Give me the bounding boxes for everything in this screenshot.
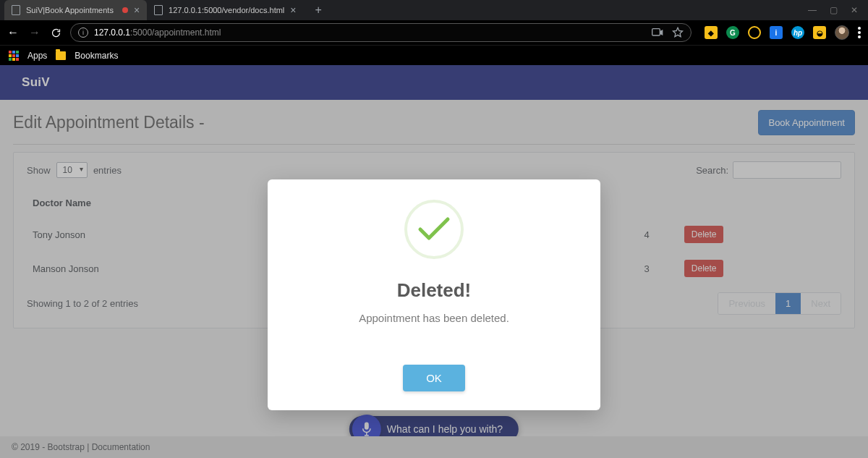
svg-point-1: [858, 27, 861, 30]
modal-message: Appointment has been deleted.: [359, 312, 509, 324]
maximize-icon[interactable]: ▢: [830, 5, 838, 15]
browser-chrome: SuiV|Book Appointments × 127.0.0.1:5000/…: [0, 0, 868, 65]
apps-icon[interactable]: [9, 51, 19, 61]
svg-rect-0: [652, 29, 660, 35]
modal-title: Deleted!: [397, 279, 472, 302]
close-icon[interactable]: ×: [134, 5, 140, 15]
camera-icon[interactable]: [652, 28, 663, 37]
extension-icon[interactable]: ◆: [705, 26, 718, 39]
extension-icon[interactable]: ◒: [813, 26, 826, 39]
forward-button[interactable]: →: [29, 27, 41, 38]
tab-title: SuiV|Book Appointments: [26, 6, 114, 14]
address-toolbar: ← → i 127.0.0.1:5000/appointment.html ◆: [0, 20, 868, 45]
apps-label[interactable]: Apps: [27, 51, 47, 61]
new-tab-button[interactable]: +: [308, 4, 329, 17]
svg-point-2: [858, 31, 861, 34]
back-button[interactable]: ←: [7, 27, 19, 38]
success-check-icon: [404, 200, 464, 259]
address-bar[interactable]: i 127.0.0.1:5000/appointment.html: [70, 23, 692, 42]
tab-inactive[interactable]: 127.0.0.1:5000/vendor/docs.html ×: [147, 0, 303, 20]
tab-title: 127.0.0.1:5000/vendor/docs.html: [169, 6, 284, 14]
recording-indicator-icon: [122, 7, 128, 13]
minimize-icon[interactable]: —: [808, 5, 817, 15]
url-text: 127.0.0.1:5000/appointment.html: [94, 27, 221, 38]
page-icon: [154, 5, 163, 15]
profile-avatar[interactable]: [835, 25, 849, 40]
bookmarks-bar: Apps Bookmarks: [0, 45, 868, 65]
close-icon[interactable]: ×: [290, 5, 296, 15]
bookmark-star-icon[interactable]: [672, 27, 684, 38]
extension-icon[interactable]: G: [726, 26, 739, 39]
tab-bar: SuiV|Book Appointments × 127.0.0.1:5000/…: [0, 0, 868, 20]
svg-point-3: [858, 35, 861, 38]
extension-icon[interactable]: [748, 26, 761, 39]
close-window-icon[interactable]: ✕: [851, 5, 858, 15]
delete-confirmation-modal: Deleted! Appointment has been deleted. O…: [268, 179, 600, 410]
tab-active[interactable]: SuiV|Book Appointments ×: [4, 0, 147, 20]
bookmarks-folder-label[interactable]: Bookmarks: [75, 51, 118, 61]
modal-ok-button[interactable]: OK: [403, 365, 465, 391]
extension-icon[interactable]: i: [770, 26, 783, 39]
folder-icon[interactable]: [56, 51, 66, 60]
extension-icon[interactable]: hp: [791, 26, 804, 39]
page-icon: [12, 5, 20, 15]
extension-icons: ◆ G i hp ◒: [700, 26, 826, 39]
site-info-icon[interactable]: i: [78, 27, 88, 38]
browser-menu-button[interactable]: [858, 27, 861, 38]
reload-button[interactable]: [51, 27, 61, 38]
window-controls: — ▢ ✕: [798, 5, 868, 15]
